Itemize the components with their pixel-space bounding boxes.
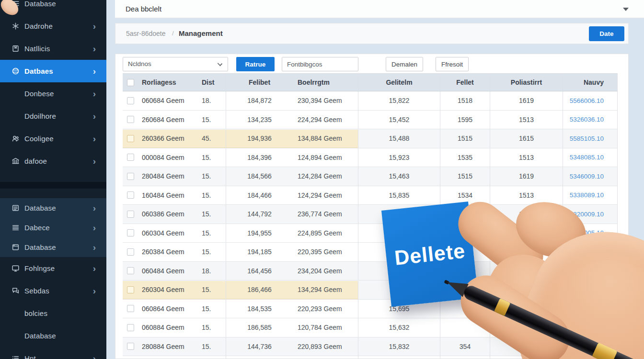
table-row[interactable]: 060386 Geem15.144,792236,774 Geem15,8621… xyxy=(123,205,618,224)
table-row[interactable]: 160484 Geem15.184,466124,294 Geem15,8351… xyxy=(123,186,618,205)
sidebar-item-bolcies-13[interactable]: bolcies xyxy=(0,302,106,325)
cell-dist: 15. xyxy=(199,167,226,186)
sidebar-item-hnt-15[interactable]: Hnt› xyxy=(0,347,106,359)
cell-name: 260684 Geem xyxy=(140,111,199,129)
sidebar-item-cooligee-6[interactable]: Cooligee› xyxy=(0,127,106,150)
sidebar-item-ddoilhore-5[interactable]: Ddoilhore› xyxy=(0,105,106,127)
cell-gelitelm xyxy=(358,224,440,243)
page-title: Management xyxy=(179,23,223,44)
cell-name: 060864 Geem xyxy=(140,300,199,318)
table-row[interactable]: 260366 Geem45.194,936134,884 Geem15,4881… xyxy=(123,129,618,148)
cell-nauvy: 5348085.10 xyxy=(563,148,618,167)
sidebar-item-datbaes-3[interactable]: Datbaes› xyxy=(0,60,106,82)
table-row[interactable]: 000084 Geem15.184,396124,894 Geem15,9231… xyxy=(123,148,618,168)
cell-gelitelm: 15,632 xyxy=(358,318,440,337)
sidebar-item-label: Dabece xyxy=(24,224,50,232)
row-checkbox[interactable] xyxy=(127,343,134,350)
row-checkbox[interactable] xyxy=(127,286,134,293)
cell-name: 260366 Geem xyxy=(140,130,199,148)
nauvy-link[interactable]: 5346935.10 xyxy=(570,267,604,274)
table-row[interactable]: 280884 Geem15.144,736220,893 Geem15,8323… xyxy=(123,337,618,357)
sidebar-item-dadrohe-1[interactable]: Dadrohe› xyxy=(0,15,106,37)
nauvy-link[interactable]: 5348085.10 xyxy=(570,154,604,161)
nauvy-link[interactable]: 5326036.10 xyxy=(570,116,604,123)
cell-name: 160484 Geem xyxy=(140,186,199,205)
apply-button[interactable]: Ratrue xyxy=(236,57,275,71)
sidebar-item-donbese-4[interactable]: Donbese› xyxy=(0,82,106,105)
sidebar-item-database-10[interactable]: Database› xyxy=(0,237,106,257)
search-input[interactable] xyxy=(282,57,358,71)
row-checkbox[interactable] xyxy=(127,191,134,199)
nauvy-link[interactable]: 5358005.10 xyxy=(570,229,604,236)
cell-poliastirrt xyxy=(490,300,563,318)
bank-icon xyxy=(12,157,20,165)
filter-select[interactable]: Ncldnos xyxy=(123,57,228,71)
cell-dist: 15. xyxy=(199,186,226,205)
row-checkbox[interactable] xyxy=(127,116,134,123)
sidebar-item-dabece-9[interactable]: Dabece› xyxy=(0,218,106,237)
row-checkbox[interactable] xyxy=(127,97,134,104)
row-checkbox[interactable] xyxy=(127,248,134,256)
sidebar-item-label: Sebdas xyxy=(24,287,49,295)
sidebar-item-natllicis-2[interactable]: Natllicis› xyxy=(0,37,106,60)
cell-felibet: 184,466 xyxy=(226,186,293,205)
cell-nauvy: 5346935.10 xyxy=(563,262,618,280)
chevron-down-icon[interactable] xyxy=(623,8,629,11)
nauvy-link[interactable]: 5346009.10 xyxy=(570,173,604,180)
cell-nauvy xyxy=(563,356,618,359)
cell-name: 000084 Geem xyxy=(140,148,199,167)
table-row[interactable] xyxy=(123,356,618,359)
monitor-icon xyxy=(12,264,20,272)
table-row[interactable]: 060864 Geem15.184,535220,293 Geem15,695 xyxy=(123,300,618,319)
cell-fellet xyxy=(440,280,490,299)
cell-poliastirrt xyxy=(490,262,563,280)
chevron-down-icon xyxy=(218,61,222,66)
nauvy-link[interactable]: 5585105.10 xyxy=(570,135,604,142)
table-row[interactable]: 260384 Geem15.194,185220,395 Geem5895006… xyxy=(123,243,618,262)
breadcrumb-bar: 5asr-86doete / Management Date xyxy=(115,23,629,44)
nauvy-link[interactable]: 5338089.10 xyxy=(570,191,604,199)
nauvy-link[interactable]: 5566006.10 xyxy=(570,97,604,104)
cell-dist: 18. xyxy=(199,262,226,280)
sidebar-item-label: Datbaes xyxy=(24,67,53,75)
cell-nauvy: 5320009.10 xyxy=(563,205,618,224)
row-checkbox[interactable] xyxy=(127,229,134,236)
row-checkbox-cell xyxy=(123,243,140,261)
row-checkbox[interactable] xyxy=(127,305,134,312)
nauvy-link[interactable]: 5895006.10 xyxy=(570,248,604,256)
table-row[interactable]: 260684 Geem15.134,235224,294 Geem15,4521… xyxy=(123,111,618,130)
row-checkbox[interactable] xyxy=(127,324,134,331)
row-checkbox[interactable] xyxy=(127,154,134,161)
cell-fellet xyxy=(440,262,490,280)
chevron-right-icon: › xyxy=(93,134,96,143)
row-checkbox[interactable] xyxy=(127,211,134,218)
table-row[interactable]: 260304 Geem15.186,466134,294 Geem xyxy=(123,280,618,300)
sidebar-item-fohlngse-11[interactable]: Fohlngse› xyxy=(0,257,106,280)
secondary-button-2[interactable]: Ffresoit xyxy=(436,57,469,71)
row-checkbox[interactable] xyxy=(127,173,134,180)
sidebar-item-dafooe-7[interactable]: dafooe› xyxy=(0,150,106,172)
sidebar-item-database-0[interactable]: Database xyxy=(0,0,106,15)
secondary-button-1[interactable]: Demalen xyxy=(386,57,423,71)
sidebar-item-database-14[interactable]: Database xyxy=(0,325,106,347)
sidebar-item-database-8[interactable]: Database› xyxy=(0,198,106,218)
filter-toolbar: Ncldnos Ratrue Demalen Ffresoit xyxy=(123,57,469,71)
breadcrumb[interactable]: 5asr-86doete xyxy=(126,23,166,44)
table-row[interactable]: 060484 Geem18.164,456234,204 Geem5346935… xyxy=(123,262,618,281)
select-all-checkbox[interactable] xyxy=(127,79,134,86)
row-checkbox[interactable] xyxy=(127,135,134,142)
row-checkbox-cell xyxy=(123,148,140,167)
data-table: RorliagessDistFelibetBoelrrgtmGelitelmFe… xyxy=(123,73,618,359)
row-checkbox-cell xyxy=(123,262,140,280)
cell-gelitelm: 15,862 xyxy=(358,205,440,224)
row-checkbox[interactable] xyxy=(127,267,134,274)
date-button[interactable]: Date xyxy=(589,26,624,41)
nauvy-link[interactable]: 5320009.10 xyxy=(570,211,604,218)
table-row[interactable]: 060884 Geem15.186,585120,784 Geem15,632 xyxy=(123,318,618,337)
table-row[interactable]: 060684 Geem18.184,872230,394 Geem15,8221… xyxy=(123,91,618,111)
cell-name: 060484 Geem xyxy=(140,262,199,280)
table-row[interactable]: 280484 Geem15.184,566124,284 Geem15,4631… xyxy=(123,167,618,186)
sidebar-item-sebdas-12[interactable]: Sebdas› xyxy=(0,280,106,302)
table-row[interactable]: 060304 Geem15.194,955224,895 Geem1935358… xyxy=(123,224,618,243)
main-panel: Ncldnos Ratrue Demalen Ffresoit Rorliage… xyxy=(115,54,629,359)
